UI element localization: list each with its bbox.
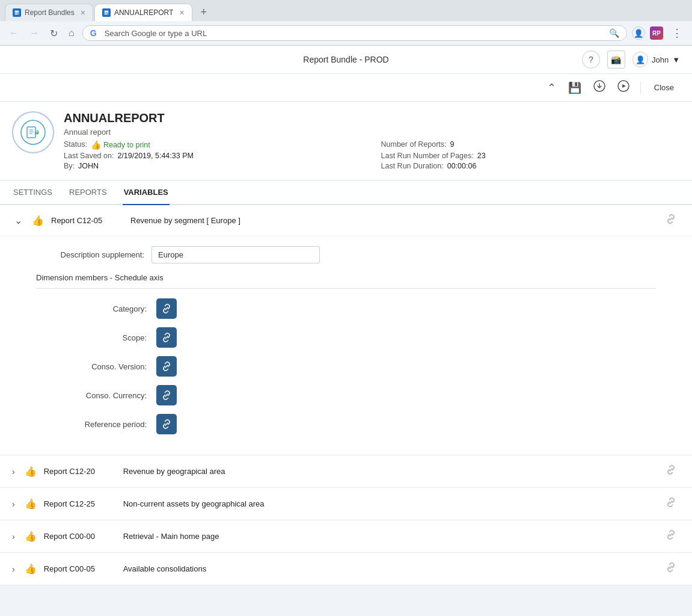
link-button-C00-05[interactable] xyxy=(662,561,680,577)
reload-button[interactable]: ↻ xyxy=(47,26,61,41)
row-desc-C12-20: Revenue by geograpical area xyxy=(123,467,655,476)
num-reports-label: Number of Reports: xyxy=(381,140,447,150)
svg-point-10 xyxy=(21,120,45,144)
var-link-button-scope[interactable] xyxy=(156,327,177,348)
address-text: Search Google or type a URL xyxy=(105,29,604,38)
new-tab-button[interactable]: + xyxy=(196,4,212,21)
link-button-C12-25[interactable] xyxy=(662,496,680,512)
app-header-actions: ? 📸 👤 John ▼ xyxy=(389,51,680,69)
thumbs-up-icon-C12-05: 👍 xyxy=(32,215,44,226)
forward-button[interactable]: → xyxy=(26,26,42,40)
tab2-close[interactable]: × xyxy=(179,8,184,17)
tab-reports[interactable]: REPORTS xyxy=(68,180,108,205)
tab-variables[interactable]: VARIABLES xyxy=(123,180,170,205)
chevron-right-icon-C00-00[interactable]: › xyxy=(12,532,15,541)
report-row-expanded-C12-05: Description supplement: Dimension member… xyxy=(0,236,692,455)
var-row-scope: Scope: xyxy=(36,327,656,348)
row-id-C00-05: Report C00-05 xyxy=(44,564,116,573)
row-id-C12-05: Report C12-05 xyxy=(51,216,123,225)
user-chevron-icon: ▼ xyxy=(672,55,680,64)
tab-settings[interactable]: SETTINGS xyxy=(12,180,54,205)
download-button[interactable] xyxy=(590,78,609,97)
chevron-right-icon-C00-05[interactable]: › xyxy=(12,564,15,574)
row-desc-C00-00: Retrieval - Main home page xyxy=(123,532,655,541)
last-saved-label: Last Saved on: xyxy=(64,152,114,160)
report-info: ANNUALREPORT Annual report Status: 👍 Rea… xyxy=(64,111,680,170)
svg-rect-5 xyxy=(105,11,108,12)
report-row-header-C12-05[interactable]: ⌄ 👍 Report C12-05 Revenue by segment [ E… xyxy=(0,205,692,236)
desc-supplement-row: Description supplement: xyxy=(36,246,656,263)
tab-bar: Report Bundles × ANNUALREPORT × + xyxy=(0,0,692,21)
var-link-button-conso-version[interactable] xyxy=(156,356,177,377)
report-logo xyxy=(12,111,54,153)
extension-icon: RP xyxy=(650,26,663,40)
row-desc-C00-05: Available consolidations xyxy=(123,564,655,573)
home-button[interactable]: ⌂ xyxy=(66,26,78,40)
help-button[interactable]: ? xyxy=(582,51,600,69)
svg-rect-11 xyxy=(27,127,35,138)
by-row: By: JOHN xyxy=(64,162,363,170)
link-button-C12-05[interactable] xyxy=(662,212,680,229)
google-icon: G xyxy=(90,28,100,38)
link-button-C00-00[interactable] xyxy=(662,528,680,544)
profile-icon: 👤 xyxy=(632,26,645,40)
thumbs-up-icon-C12-20: 👍 xyxy=(25,466,37,477)
run-button[interactable] xyxy=(614,78,633,97)
thumbs-up-icon-C12-25: 👍 xyxy=(25,498,37,510)
dimension-divider xyxy=(36,288,656,289)
tab2-label: ANNUALREPORT xyxy=(114,8,173,17)
var-label-scope: Scope: xyxy=(36,333,156,342)
svg-rect-2 xyxy=(15,13,19,13)
report-header: ANNUALREPORT Annual report Status: 👍 Rea… xyxy=(0,102,692,180)
tab1-close[interactable]: × xyxy=(81,8,85,17)
desc-supplement-label: Description supplement: xyxy=(36,250,144,259)
report-name: ANNUALREPORT xyxy=(64,111,680,125)
var-label-reference-period: Reference period: xyxy=(36,420,156,429)
user-name: John xyxy=(652,55,669,64)
chevron-right-icon-C12-20[interactable]: › xyxy=(12,467,15,476)
last-run-duration-label: Last Run Duration: xyxy=(381,162,444,170)
report-row-C12-25: › 👍 Report C12-25 Non-current assets by … xyxy=(0,488,692,520)
var-row-category: Category: xyxy=(36,298,656,319)
notification-button[interactable]: 📸 xyxy=(607,51,625,69)
var-link-button-category[interactable] xyxy=(156,298,177,319)
link-button-C12-20[interactable] xyxy=(662,463,680,479)
num-reports-row: Number of Reports: 9 xyxy=(381,140,681,150)
report-row-C12-05: ⌄ 👍 Report C12-05 Revenue by segment [ E… xyxy=(0,205,692,455)
tab-annualreport[interactable]: ANNUALREPORT × xyxy=(94,4,192,21)
chevron-down-button-C12-05[interactable]: ⌄ xyxy=(12,214,25,227)
tab1-label: Report Bundles xyxy=(25,8,75,17)
svg-rect-1 xyxy=(15,11,19,12)
thumbs-up-icon-C00-00: 👍 xyxy=(25,531,37,542)
status-row: Status: 👍 Ready to print xyxy=(64,140,363,150)
report-row-C12-20: › 👍 Report C12-20 Revenue by geograpical… xyxy=(0,455,692,488)
app-title: Report Bundle - PROD xyxy=(303,55,388,64)
status-label: Status: xyxy=(64,140,87,150)
close-button[interactable]: Close xyxy=(648,81,680,94)
var-label-category: Category: xyxy=(36,304,156,313)
app-header: Report Bundle - PROD ? 📸 👤 John ▼ xyxy=(0,46,692,74)
more-options-button[interactable]: ⋮ xyxy=(668,25,686,42)
last-saved-row: Last Saved on: 2/19/2019, 5:44:33 PM xyxy=(64,152,363,160)
row-desc-C12-25: Non-current assets by geographical area xyxy=(123,499,655,508)
toolbar-divider xyxy=(640,82,641,94)
toolbar-bar: ⌃ 💾 Close xyxy=(0,74,692,102)
var-link-button-conso-currency[interactable] xyxy=(156,385,177,405)
report-meta: Status: 👍 Ready to print Number of Repor… xyxy=(64,140,680,170)
save-button[interactable]: 💾 xyxy=(565,79,585,97)
tab-report-bundles[interactable]: Report Bundles × xyxy=(5,4,93,21)
address-bar[interactable]: G Search Google or type a URL 🔍 xyxy=(82,25,627,41)
by-value: JOHN xyxy=(78,162,99,170)
user-avatar-icon: 👤 xyxy=(632,52,648,67)
user-menu-button[interactable]: 👤 John ▼ xyxy=(632,52,680,67)
tab2-icon xyxy=(102,8,111,17)
var-link-button-reference-period[interactable] xyxy=(156,414,177,434)
row-id-C12-25: Report C12-25 xyxy=(44,499,116,508)
back-button[interactable]: ← xyxy=(6,26,22,40)
desc-supplement-input[interactable] xyxy=(152,246,320,263)
chevron-right-icon-C12-25[interactable]: › xyxy=(12,499,15,509)
by-label: By: xyxy=(64,162,75,170)
report-row-C00-00: › 👍 Report C00-00 Retrieval - Main home … xyxy=(0,520,692,553)
row-id-C00-00: Report C00-00 xyxy=(44,532,116,541)
collapse-button[interactable]: ⌃ xyxy=(543,79,560,97)
